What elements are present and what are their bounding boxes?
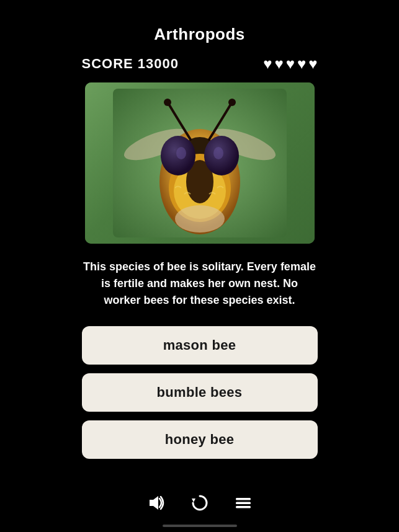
heart-2: ♥ [275,55,284,73]
answer-button-mason-bee[interactable]: mason bee [82,326,318,365]
speaker-icon[interactable] [147,494,166,512]
answer-buttons-container: mason bee bumble bees honey bee [82,326,318,459]
svg-point-12 [164,99,171,106]
menu-icon[interactable] [234,494,253,512]
heart-1: ♥ [263,55,272,73]
svg-marker-16 [192,499,195,502]
svg-point-14 [175,205,225,233]
svg-point-13 [228,99,236,106]
bottom-line [163,525,237,527]
heart-4: ♥ [297,55,306,73]
heart-3: ♥ [286,55,295,73]
svg-point-11 [213,147,223,159]
page-title: Arthropods [154,25,245,44]
svg-marker-15 [150,496,158,510]
svg-point-9 [176,147,186,159]
svg-rect-18 [236,502,251,505]
svg-rect-17 [236,498,251,500]
score-text: SCORE 13000 [82,56,179,72]
svg-rect-19 [236,506,251,508]
heart-5: ♥ [308,55,317,73]
question-text: This species of bee is solitary. Every f… [82,259,318,309]
answer-button-honey-bee[interactable]: honey bee [82,420,318,459]
score-row: SCORE 13000 ♥ ♥ ♥ ♥ ♥ [82,55,318,73]
bottom-bar [0,494,399,512]
hearts-container: ♥ ♥ ♥ ♥ ♥ [263,55,317,73]
bee-image [85,82,315,244]
bee-image-container [85,82,315,244]
answer-button-bumble-bees[interactable]: bumble bees [82,373,318,412]
refresh-icon[interactable] [191,494,209,512]
